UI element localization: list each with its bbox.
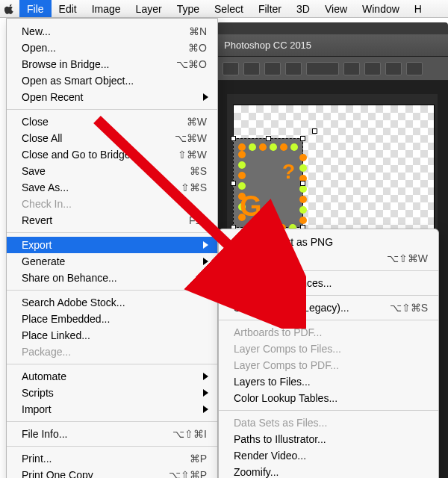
menu-item-label: Save As... [22, 179, 69, 196]
dot-icon [238, 151, 246, 158]
dot-icon [280, 143, 287, 151]
glyph-question: ? [282, 160, 295, 184]
menu-item-label: Share on Behance... [22, 270, 117, 286]
menu-item-label: Export As... [234, 250, 287, 267]
menu-filter[interactable]: Filter [251, 0, 289, 17]
menu-item-label: Layer Comps to Files... [234, 341, 341, 357]
option-slot[interactable] [306, 62, 339, 75]
menu-item-label: Save [22, 163, 46, 179]
menu-item-label: Close [22, 114, 49, 130]
export-menu-item[interactable]: Color Lookup Tables... [219, 390, 438, 406]
export-menu-item[interactable]: Render Video... [219, 447, 438, 464]
option-slot[interactable] [343, 62, 360, 75]
export-menu-item[interactable]: Export As...⌥⇧⌘W [219, 250, 438, 267]
file-menu-item: Check In... [7, 196, 217, 212]
option-slot[interactable] [223, 62, 239, 75]
transform-handle[interactable] [300, 136, 305, 141]
export-menu-item[interactable]: Save for Web (Legacy)...⌥⇧⌘S [219, 299, 438, 316]
transform-handle[interactable] [231, 136, 236, 141]
menu-image[interactable]: Image [84, 0, 128, 17]
export-menu-item[interactable]: Zoomify... [219, 464, 438, 478]
menu-select[interactable]: Select [207, 0, 251, 17]
dot-icon [259, 143, 267, 151]
menu-item-label: Scripts [22, 385, 54, 401]
file-menu-item[interactable]: Place Embedded... [7, 311, 217, 327]
file-menu-item[interactable]: Close⌘W [7, 114, 217, 130]
file-menu-item[interactable]: Close and Go to Bridge...⇧⌘W [7, 146, 217, 163]
menu-item-label: New... [22, 23, 51, 40]
menu-item-shortcut: ⇧⌘W [178, 146, 207, 163]
option-slot[interactable] [364, 62, 381, 75]
submenu-arrow-icon [203, 406, 208, 413]
export-menu-item[interactable]: Export Preferences... [219, 275, 438, 291]
apple-menu-icon[interactable] [0, 0, 19, 17]
file-menu-item[interactable]: RevertF12 [7, 212, 217, 229]
option-slot[interactable] [406, 62, 423, 75]
menu-item-label: Close and Go to Bridge... [22, 146, 139, 163]
export-menu-item: Data Sets as Files... [219, 415, 438, 431]
placed-object[interactable]: ? G [233, 138, 303, 228]
transform-handle[interactable] [300, 181, 305, 186]
menu-window[interactable]: Window [355, 0, 407, 17]
option-slot[interactable] [264, 62, 281, 75]
file-menu-item[interactable]: Generate [7, 253, 217, 270]
submenu-arrow-icon [203, 373, 208, 380]
file-menu-item[interactable]: Save As...⇧⌘S [7, 179, 217, 196]
export-menu-item[interactable]: Paths to Illustrator... [219, 431, 438, 447]
document-tab[interactable] [217, 22, 448, 34]
file-menu-item[interactable]: Share on Behance... [7, 270, 217, 286]
menu-3d[interactable]: 3D [289, 0, 317, 17]
dot-icon [238, 182, 246, 190]
menu-item-label: Layer Comps to PDF... [234, 357, 339, 373]
export-menu-item[interactable]: Layers to Files... [219, 373, 438, 390]
menu-h[interactable]: H [407, 0, 429, 17]
file-menu-item[interactable]: Print One Copy⌥⇧⌘P [7, 467, 217, 478]
menu-item-shortcut: ⌥⇧⌘I [172, 426, 207, 442]
menu-edit[interactable]: Edit [52, 0, 84, 17]
export-menu-item[interactable]: Quick Export as PNG [219, 234, 438, 250]
file-menu-item[interactable]: Save⌘S [7, 163, 217, 179]
glyph-g: G [240, 190, 262, 223]
file-menu-item[interactable]: Open Recent [7, 89, 217, 105]
menu-item-label: Browse in Bridge... [22, 56, 110, 72]
file-menu-dropdown: New...⌘NOpen...⌘OBrowse in Bridge...⌥⌘OO… [6, 18, 218, 478]
file-menu-item[interactable]: Automate [7, 368, 217, 385]
dot-icon [238, 143, 246, 151]
menu-item-label: Paths to Illustrator... [234, 431, 326, 447]
menu-view[interactable]: View [317, 0, 355, 17]
option-slot[interactable] [285, 62, 302, 75]
file-menu-item[interactable]: Close All⌥⌘W [7, 130, 217, 146]
file-menu-item[interactable]: Print...⌘P [7, 450, 217, 467]
dot-icon [299, 154, 307, 161]
menu-item-shortcut: ⌘W [187, 114, 207, 130]
menu-item-label: Data Sets as Files... [234, 415, 327, 431]
export-menu-item: Layer Comps to Files... [219, 341, 438, 357]
menu-layer[interactable]: Layer [128, 0, 169, 17]
submenu-arrow-icon [203, 389, 208, 397]
file-menu-item[interactable]: Search Adobe Stock... [7, 294, 217, 311]
transform-handle[interactable] [266, 136, 271, 141]
menu-item-shortcut: ⌥⌘W [175, 130, 207, 146]
menu-item-label: Export Preferences... [234, 275, 332, 291]
file-menu-item[interactable]: Export [7, 237, 217, 253]
menu-file[interactable]: File [19, 0, 52, 17]
menu-item-shortcut: ⌥⌘O [176, 56, 207, 72]
file-menu-item[interactable]: Open...⌘O [7, 40, 217, 56]
file-menu-item[interactable]: Import [7, 401, 217, 418]
option-slot[interactable] [385, 62, 402, 75]
file-menu-item[interactable]: File Info...⌥⇧⌘I [7, 426, 217, 442]
file-menu-item[interactable]: Scripts [7, 385, 217, 401]
transform-handle[interactable] [312, 128, 317, 134]
menu-type[interactable]: Type [169, 0, 207, 17]
menu-item-label: Artboards to PDF... [234, 324, 322, 341]
file-menu-item[interactable]: New...⌘N [7, 23, 217, 40]
file-menu-item[interactable]: Open as Smart Object... [7, 72, 217, 89]
option-slot[interactable] [243, 62, 260, 75]
transform-handle[interactable] [231, 181, 236, 186]
submenu-arrow-icon [203, 258, 208, 265]
menu-item-shortcut: ⌥⇧⌘P [169, 467, 207, 478]
menu-item-label: Color Lookup Tables... [234, 390, 337, 406]
file-menu-item[interactable]: Place Linked... [7, 327, 217, 344]
menu-bar: FileEditImageLayerTypeSelectFilter3DView… [0, 0, 448, 18]
file-menu-item[interactable]: Browse in Bridge...⌥⌘O [7, 56, 217, 72]
